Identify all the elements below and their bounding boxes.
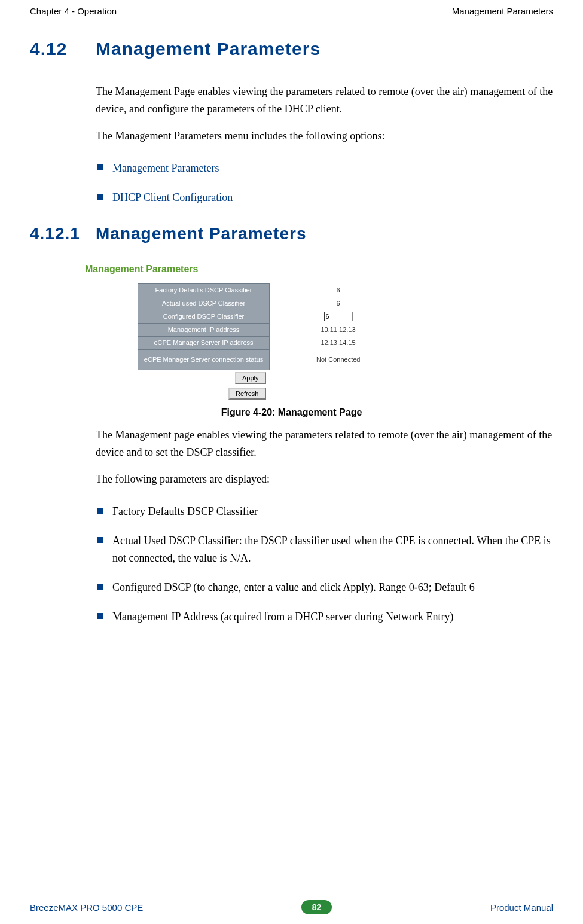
table-row: Actual used DSCP Classifier 6 <box>138 297 407 310</box>
refresh-cell: Refresh <box>138 386 270 401</box>
apply-cell: Apply <box>138 370 270 386</box>
table-row: Factory Defaults DSCP Classifier 6 <box>138 283 407 297</box>
management-parameters-panel: Management Parameters Factory Defaults D… <box>84 261 442 401</box>
footer-right: Product Manual <box>490 902 553 913</box>
header-left: Chapter 4 - Operation <box>30 6 117 16</box>
refresh-button[interactable]: Refresh <box>228 388 266 400</box>
menu-link[interactable]: DHCP Client Configuration <box>112 191 233 203</box>
param-value: 6 <box>270 297 407 310</box>
section-title: Management Parameters <box>96 39 321 59</box>
section-number: 4.12 <box>30 39 96 59</box>
button-row: Apply <box>138 370 407 386</box>
param-label: Management IP address <box>138 323 270 336</box>
list-item: Factory Defaults DSCP Classifier <box>96 497 553 526</box>
param-value: 6 <box>270 283 407 297</box>
menu-options-list: Management Parameters DHCP Client Config… <box>96 154 553 212</box>
page-footer: BreezeMAX PRO 5000 CPE 82 Product Manual <box>30 900 553 914</box>
param-label: Factory Defaults DSCP Classifier <box>138 283 270 297</box>
configured-dscp-input[interactable] <box>324 312 353 321</box>
intro-paragraph-2: The Management Parameters menu includes … <box>96 127 553 145</box>
list-item: DHCP Client Configuration <box>96 183 553 212</box>
table-row: eCPE Manager Server connection status No… <box>138 349 407 370</box>
list-item: Actual Used DSCP Classifier: the DSCP cl… <box>96 526 553 573</box>
subsection-heading: 4.12.1Management Parameters <box>30 224 553 243</box>
list-item: Configured DSCP (to change, enter a valu… <box>96 573 553 602</box>
page-content: 4.12Management Parameters The Management… <box>30 21 553 631</box>
subsection-title: Management Parameters <box>96 224 306 243</box>
figure-caption: Figure 4-20: Management Page <box>30 407 553 418</box>
param-value: 12.13.14.15 <box>270 336 407 349</box>
param-label: eCPE Manager Server IP address <box>138 336 270 349</box>
empty-cell <box>270 370 407 386</box>
param-label: eCPE Manager Server connection status <box>138 349 270 370</box>
param-value-input-cell <box>270 310 407 323</box>
param-item: Configured DSCP (to change, enter a valu… <box>112 581 475 593</box>
param-label: Actual used DSCP Classifier <box>138 297 270 310</box>
param-item: Factory Defaults DSCP Classifier <box>112 505 258 517</box>
section-heading: 4.12Management Parameters <box>30 39 553 59</box>
param-value: 10.11.12.13 <box>270 323 407 336</box>
param-value: Not Connected <box>270 349 407 370</box>
page-header: Chapter 4 - Operation Management Paramet… <box>30 0 553 21</box>
post-paragraph-1: The Management page enables viewing the … <box>96 426 553 461</box>
page-number-badge: 82 <box>301 900 332 914</box>
footer-left: BreezeMAX PRO 5000 CPE <box>30 902 143 913</box>
list-item: Management Parameters <box>96 154 553 183</box>
parameters-table: Factory Defaults DSCP Classifier 6 Actua… <box>138 283 407 401</box>
header-right: Management Parameters <box>452 6 553 16</box>
empty-cell <box>270 386 407 401</box>
apply-button[interactable]: Apply <box>235 372 266 384</box>
panel-title: Management Parameters <box>84 261 442 277</box>
param-item: Management IP Address (acquired from a D… <box>112 611 454 623</box>
figure-wrap: Management Parameters Factory Defaults D… <box>84 261 553 401</box>
parameters-list: Factory Defaults DSCP Classifier Actual … <box>96 497 553 631</box>
table-row: eCPE Manager Server IP address 12.13.14.… <box>138 336 407 349</box>
menu-link[interactable]: Management Parameters <box>112 162 219 174</box>
intro-paragraph-1: The Management Page enables viewing the … <box>96 83 553 118</box>
subsection-number: 4.12.1 <box>30 224 96 243</box>
button-row: Refresh <box>138 386 407 401</box>
post-paragraph-2: The following parameters are displayed: <box>96 471 553 488</box>
param-item: Actual Used DSCP Classifier: the DSCP cl… <box>112 535 551 564</box>
list-item: Management IP Address (acquired from a D… <box>96 602 553 632</box>
table-row: Management IP address 10.11.12.13 <box>138 323 407 336</box>
param-label: Configured DSCP Classifier <box>138 310 270 323</box>
table-row: Configured DSCP Classifier <box>138 310 407 323</box>
